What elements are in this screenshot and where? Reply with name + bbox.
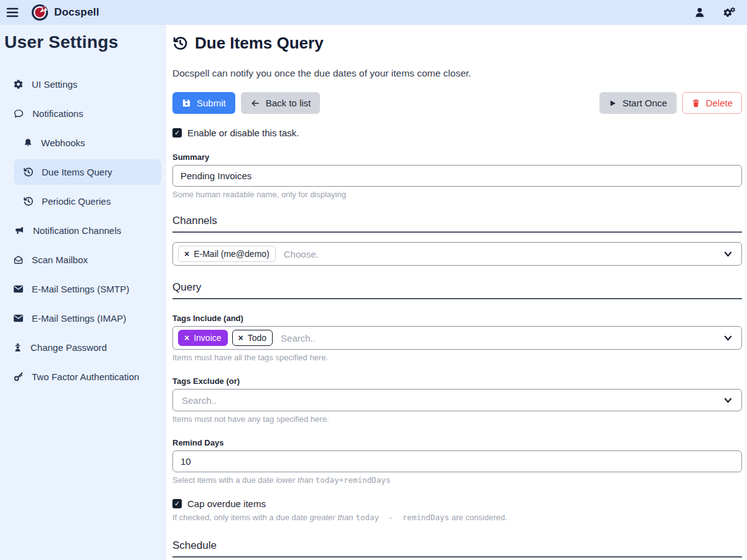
sidebar-item-two-factor[interactable]: Two Factor Authentication [0,362,166,391]
app-logo[interactable]: Docspell [31,4,99,21]
envelope-icon [13,284,24,294]
trash-icon [692,98,700,108]
tags-exclude-select[interactable]: Search.. [172,389,742,411]
summary-label: Summary [172,152,742,162]
page-title: Due Items Query [172,34,742,53]
sidebar-item-label: Change Password [31,342,107,353]
tag-chip-label: Todo [248,333,266,343]
intro-text: Docspell can notify you once the due dat… [172,68,742,79]
back-to-list-button[interactable]: Back to list [241,92,321,114]
cap-overdue-checkbox[interactable]: ✓ [172,499,182,508]
remove-chip-icon[interactable]: × [184,249,189,259]
remind-days-help: Select items with a due date lower than … [172,475,742,485]
delete-button-label: Delete [706,98,733,108]
arrow-left-icon [250,99,260,108]
sidebar-item-email-imap[interactable]: E-Mail Settings (IMAP) [0,304,166,333]
page-title-text: Due Items Query [195,34,324,53]
tags-exclude-label: Tags Exclude (or) [172,376,742,386]
comment-icon [13,108,24,119]
enable-task-checkbox[interactable]: ✓ [172,128,182,138]
sidebar-nav: UI Settings Notifications Webhooks Due I… [0,70,166,391]
hamburger-menu-icon[interactable] [6,7,19,18]
sidebar-item-notification-channels[interactable]: Notification Channels [0,216,166,245]
cap-overdue-row: ✓ Cap overdue items [172,498,742,509]
tags-include-placeholder: Search.. [281,333,316,343]
docspell-logo-icon [31,4,49,21]
query-heading: Query [172,281,742,299]
remove-chip-icon[interactable]: × [184,333,189,343]
tag-chip-label: Invoice [194,333,221,343]
settings-gears-icon[interactable] [723,7,736,19]
tags-exclude-placeholder: Search.. [182,395,217,406]
cap-overdue-label: Cap overdue items [187,498,266,509]
channels-placeholder: Choose. [284,249,319,259]
topbar: Docspell [0,0,747,25]
channel-chip-label: E-Mail (me@demo) [194,249,270,259]
tags-include-select[interactable]: × Invoice × Todo Search.. [172,326,742,350]
submit-button-label: Submit [197,98,226,108]
sidebar-item-label: Scan Mailbox [32,254,88,265]
history-icon [23,167,34,177]
chevron-down-icon[interactable] [724,251,732,257]
enable-task-row: ✓ Enable or disable this task. [172,128,742,138]
play-icon [609,99,617,108]
delete-button[interactable]: Delete [682,92,742,114]
tag-chip-invoice[interactable]: × Invoice [178,330,228,346]
sidebar-item-scan-mailbox[interactable]: Scan Mailbox [0,245,166,274]
key-icon [13,371,24,382]
tag-chip-todo[interactable]: × Todo [232,330,273,346]
sidebar-item-label: Periodic Queries [42,196,111,207]
sidebar-item-label: Webhooks [41,138,85,148]
channels-select[interactable]: × E-Mail (me@demo) Choose. [172,242,742,266]
remind-days-input[interactable] [172,450,742,472]
sidebar-item-label: Two Factor Authentication [32,371,139,382]
channels-heading: Channels [172,215,742,233]
user-secret-icon [13,342,22,353]
mail-open-icon [13,254,24,265]
sidebar-item-label: UI Settings [32,79,77,90]
tags-exclude-help: Items must not have any tag specified he… [172,414,742,424]
sidebar-item-email-smtp[interactable]: E-Mail Settings (SMTP) [0,274,166,304]
summary-help: Some human readable name, only for displ… [172,190,742,199]
sidebar-item-label: Notifications [32,108,83,119]
enable-task-label: Enable or disable this task. [187,128,299,138]
sidebar-title: User Settings [0,32,166,52]
bell-icon [23,138,33,148]
history-icon [172,35,188,51]
sidebar-item-ui-settings[interactable]: UI Settings [0,70,166,99]
save-icon [182,98,191,108]
tags-include-label: Tags Include (and) [172,314,742,323]
sidebar-item-periodic-queries[interactable]: Periodic Queries [0,187,166,216]
chevron-down-icon[interactable] [724,398,732,403]
schedule-heading: Schedule [172,539,742,558]
start-once-button[interactable]: Start Once [599,92,677,114]
sidebar-item-label: Due Items Query [42,167,112,177]
channel-chip-email[interactable]: × E-Mail (me@demo) [178,246,276,262]
user-account-icon[interactable] [694,7,705,18]
submit-button[interactable]: Submit [172,92,235,114]
cap-overdue-help: If checked, only items with a due date g… [172,513,742,522]
sidebar-item-change-password[interactable]: Change Password [0,333,166,362]
sidebar-item-label: Notification Channels [33,225,121,236]
remove-chip-icon[interactable]: × [238,333,243,343]
app-title: Docspell [54,6,99,19]
gear-icon [13,79,24,90]
sidebar-item-due-items-query[interactable]: Due Items Query [14,159,161,185]
sidebar-item-webhooks[interactable]: Webhooks [0,128,166,157]
back-button-label: Back to list [266,98,311,108]
tags-include-help: Items must have all the tags specified h… [172,353,742,362]
sidebar: User Settings UI Settings Notifications … [0,25,166,560]
main-content: Due Items Query Docspell can notify you … [166,25,747,560]
summary-input[interactable] [172,165,742,187]
chevron-down-icon[interactable] [724,335,732,341]
sidebar-item-label: E-Mail Settings (IMAP) [32,313,126,324]
bullhorn-icon [13,225,25,236]
remind-days-label: Remind Days [172,438,742,447]
sidebar-item-label: E-Mail Settings (SMTP) [32,284,129,294]
start-once-label: Start Once [622,98,667,108]
envelope-icon [13,314,24,323]
history-icon [23,196,34,207]
sidebar-item-notifications[interactable]: Notifications [0,99,166,128]
